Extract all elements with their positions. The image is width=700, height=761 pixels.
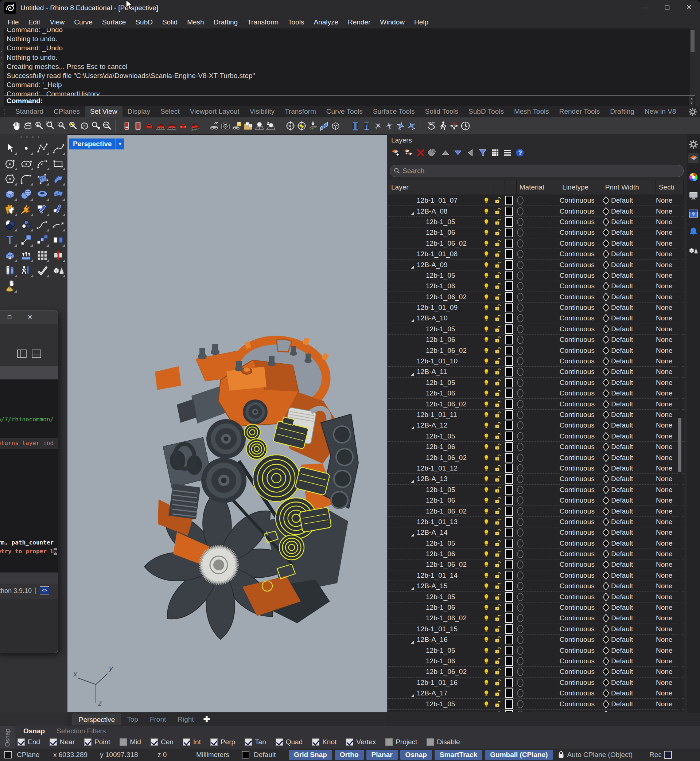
pan-icon[interactable]: [11, 119, 22, 133]
cplane-panels-icon[interactable]: [319, 119, 330, 133]
layer-lock-icon[interactable]: [494, 335, 505, 345]
layer-row[interactable]: 12b-1_05ContinuousDefaultNone: [388, 270, 684, 281]
layer-visibility-bulb-icon[interactable]: [483, 366, 495, 377]
layer-lock-icon[interactable]: [494, 474, 505, 484]
palette-curve-icon[interactable]: [50, 141, 66, 156]
layer-material-icon[interactable]: [517, 345, 559, 356]
undo-view-icon[interactable]: [79, 119, 90, 133]
layer-print-width[interactable]: Default: [602, 410, 656, 420]
palette-ellipse-icon[interactable]: [18, 156, 34, 171]
layer-material-icon[interactable]: [517, 667, 559, 677]
f1-top-icon[interactable]: [350, 119, 361, 133]
statusbar-button-smarttrack[interactable]: SmartTrack: [434, 750, 483, 760]
walk-icon[interactable]: [437, 119, 448, 133]
layer-visibility-bulb-icon[interactable]: [483, 195, 495, 206]
palette-patch-icon[interactable]: [34, 171, 50, 187]
clock-icon[interactable]: [460, 119, 471, 133]
palette-mirror-icon[interactable]: [50, 232, 66, 248]
layer-material-icon[interactable]: [517, 678, 559, 688]
viewport-title[interactable]: Perspective▼: [69, 139, 124, 150]
layer-visibility-bulb-icon[interactable]: [483, 270, 495, 281]
layer-visibility-bulb-icon[interactable]: [483, 624, 495, 634]
layer-print-width[interactable]: Default: [602, 710, 656, 712]
split-horizontal-icon[interactable]: [32, 349, 41, 358]
layer-row[interactable]: 12B-A_11ContinuousDefaultNone: [388, 366, 684, 377]
tab-render-tools[interactable]: Render Tools: [554, 106, 605, 117]
palette-array-move-icon[interactable]: [34, 232, 50, 248]
palette-array-grid-icon[interactable]: [34, 248, 50, 263]
layer-material-icon[interactable]: [517, 645, 559, 655]
command-spinner[interactable]: ▲▼: [689, 96, 694, 106]
layer-material-icon[interactable]: [517, 420, 559, 430]
layer-linetype[interactable]: Continuous: [559, 281, 602, 291]
tab-display[interactable]: Display: [122, 106, 155, 117]
layer-lock-icon[interactable]: [494, 399, 505, 409]
layer-material-icon[interactable]: [517, 624, 559, 634]
layer-color-swatch[interactable]: [505, 571, 517, 580]
layer-linetype[interactable]: Continuous: [559, 442, 602, 452]
palette-boolean-circles-icon[interactable]: [2, 217, 18, 232]
layer-row[interactable]: 12b-1_06ContinuousDefaultNone: [388, 495, 684, 506]
tab-new-in-v8[interactable]: New in V8: [639, 106, 681, 117]
layer-print-width[interactable]: Default: [602, 259, 656, 270]
layer-print-width[interactable]: Default: [602, 635, 656, 645]
menu-solid[interactable]: Solid: [158, 18, 182, 26]
layer-material-icon[interactable]: [517, 281, 559, 291]
layer-visibility-bulb-icon[interactable]: [483, 688, 495, 698]
palette-polyline-icon[interactable]: [34, 141, 50, 156]
layer-lock-icon[interactable]: [494, 281, 505, 291]
layer-color-swatch[interactable]: [505, 549, 517, 559]
layer-color-swatch[interactable]: [505, 270, 517, 281]
layer-print-width[interactable]: Default: [602, 377, 656, 388]
layer-color-swatch[interactable]: [505, 303, 517, 313]
move-down-icon[interactable]: [453, 148, 463, 158]
layer-material-icon[interactable]: [517, 581, 559, 591]
palette-trim-icon[interactable]: [34, 202, 50, 217]
layer-linetype[interactable]: Continuous: [559, 485, 602, 495]
layer-print-width[interactable]: Default: [602, 485, 656, 495]
layer-material-icon[interactable]: [517, 388, 559, 398]
layer-visibility-bulb-icon[interactable]: [483, 560, 495, 570]
move-left-icon[interactable]: [466, 148, 475, 158]
layer-visibility-bulb-icon[interactable]: [483, 581, 495, 591]
osnap-tab-selection-filters[interactable]: Selection Filters: [51, 727, 112, 735]
layer-print-width[interactable]: Default: [602, 613, 656, 623]
box-wire-icon[interactable]: [330, 119, 341, 133]
layer-color-swatch[interactable]: [505, 399, 517, 409]
statusbar-button-gumball--cplane-[interactable]: Gumball (CPlane): [485, 750, 553, 760]
layer-color-swatch[interactable]: [505, 474, 517, 484]
layer-row[interactable]: 12B-A_08ContinuousDefaultNone: [388, 206, 684, 217]
layer-visibility-bulb-icon[interactable]: [483, 527, 495, 538]
layer-lock-icon[interactable]: [494, 228, 505, 238]
palette-split-icon[interactable]: [50, 202, 66, 217]
tab-drafting[interactable]: Drafting: [605, 106, 639, 117]
sphere-cplane-icon[interactable]: [254, 119, 265, 133]
layer-row[interactable]: 12b-1_01_16ContinuousDefaultNone: [388, 678, 684, 688]
layer-lock-icon[interactable]: [494, 699, 505, 709]
viewport-tab-front[interactable]: Front: [144, 714, 172, 725]
tab-subd-tools[interactable]: SubD Tools: [463, 106, 509, 117]
osnap-near[interactable]: Near: [50, 738, 75, 746]
layer-lock-icon[interactable]: [494, 452, 505, 463]
layer-linetype[interactable]: Continuous: [559, 699, 602, 709]
menu-icon[interactable]: [503, 148, 512, 158]
layer-lock-icon[interactable]: [494, 345, 505, 356]
layer-visibility-bulb-icon[interactable]: [483, 571, 495, 580]
layer-visibility-bulb-icon[interactable]: [483, 399, 495, 409]
layer-lock-icon[interactable]: [494, 195, 505, 206]
layer-material-icon[interactable]: [517, 366, 559, 377]
palette-torus-icon[interactable]: [34, 187, 50, 202]
layer-visibility-bulb-icon[interactable]: [483, 388, 495, 398]
layer-material-icon[interactable]: [517, 710, 559, 712]
palette-analyze-person-icon[interactable]: [18, 263, 34, 278]
python-doc-link[interactable]: b/7/rhinocommon/: [0, 416, 53, 423]
palette-arc-icon[interactable]: [34, 156, 50, 171]
layer-visibility-bulb-icon[interactable]: [483, 656, 495, 666]
palette-explode-icon[interactable]: [18, 202, 34, 217]
layer-lock-icon[interactable]: [494, 206, 505, 216]
layer-linetype[interactable]: Continuous: [559, 217, 602, 227]
layer-color-swatch[interactable]: [505, 431, 517, 441]
layer-linetype[interactable]: Continuous: [559, 431, 602, 441]
layer-color-swatch[interactable]: [505, 538, 517, 549]
layer-lock-icon[interactable]: [494, 645, 505, 655]
